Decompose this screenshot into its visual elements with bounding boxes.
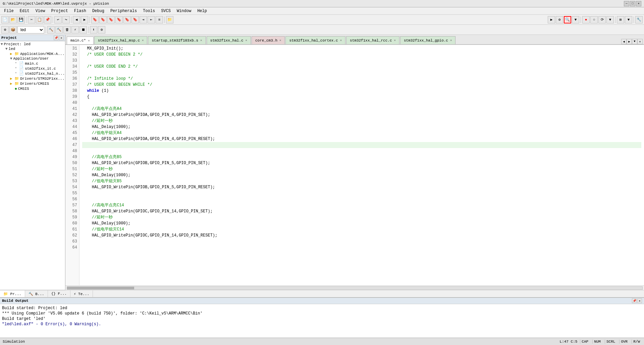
build-target-button[interactable]: 🔨 (47, 26, 55, 33)
editor-tab-3[interactable]: stm32f1xx_hal.c✕ (207, 36, 251, 44)
target-select[interactable]: led (17, 26, 44, 33)
bookmark2-button[interactable]: 🔖 (99, 16, 107, 23)
bookmark4-button[interactable]: 🔖 (115, 16, 123, 23)
menu-item-tools[interactable]: Tools (140, 8, 158, 14)
menu-item-flash[interactable]: Flash (71, 8, 89, 14)
tools-button[interactable]: 🔧 (635, 16, 643, 23)
batch-build-button[interactable]: ⚡ (71, 26, 79, 33)
status-num: NUM (592, 340, 602, 344)
tree-item[interactable]: ▶ 📁 Drivers/STM32F1xx... (1, 76, 64, 81)
editor-tab-7[interactable]: stm32f1xx_hal_gpio.c✕ (400, 36, 455, 44)
menu-item-window[interactable]: Window (174, 8, 194, 14)
build-all-button[interactable]: 🔨 (55, 26, 63, 33)
tab-close-all[interactable]: ✕ (637, 39, 643, 44)
format-button[interactable]: ≡ (156, 16, 163, 23)
close-button[interactable]: ✕ (636, 1, 641, 6)
tab-close-7[interactable]: ✕ (450, 39, 452, 42)
tree-item[interactable]: ▼ Application/User (1, 56, 64, 61)
code-line: HAL_GPIO_WritePin(GPIOC,GPIO_PIN_14,GPIO… (82, 208, 641, 214)
build-output-pin[interactable]: 📌 (632, 298, 637, 303)
menu-item-edit[interactable]: Edit (17, 8, 32, 14)
more-debug-button[interactable]: ▼ (606, 16, 614, 23)
search-dropdown[interactable]: ▼ (572, 16, 579, 23)
nav-back-button[interactable]: ◀ (73, 16, 80, 23)
tree-item[interactable]: ▼ led (1, 47, 64, 51)
copy-button[interactable]: 📋 (36, 16, 43, 23)
tab-close-2[interactable]: ✕ (200, 39, 202, 42)
bookmark6-button[interactable]: 🔖 (131, 16, 139, 23)
view-dropdown[interactable]: ▼ (625, 16, 632, 23)
search-button[interactable]: 🔍 (564, 16, 571, 23)
editor-hscroll[interactable] (65, 285, 644, 290)
menu-item-view[interactable]: View (33, 8, 48, 14)
editor-tab-6[interactable]: stm32f1xx_hal_rcc.c✕ (346, 36, 399, 44)
tab-list-button[interactable]: ▼ (632, 39, 637, 44)
menu-item-svcs[interactable]: SVCS (158, 8, 173, 14)
minimize-button[interactable]: ─ (624, 1, 629, 6)
tree-item[interactable]: ▶ 📁 Application/MDK-A... (1, 51, 64, 56)
tree-item[interactable]: ▼ Project: led (1, 42, 64, 47)
project-pin-button[interactable]: 📌 (54, 36, 58, 40)
unindent-button[interactable]: ⇤ (148, 16, 155, 23)
editor-tab-0[interactable]: main.c*✕ (67, 37, 94, 44)
debug-config-button[interactable]: ⚙ (556, 16, 563, 23)
tree-item[interactable]: * 📄 stm32f1xx_hal_n... (1, 71, 64, 76)
redo-button[interactable]: ↪ (62, 16, 70, 23)
indent-button[interactable]: ⇥ (140, 16, 147, 23)
menu-item-file[interactable]: File (1, 8, 16, 14)
clean-button[interactable]: 🗑 (63, 26, 71, 33)
maximize-button[interactable]: □ (630, 1, 635, 6)
tab-close-1[interactable]: ✕ (142, 39, 144, 42)
stop-button[interactable]: ● (582, 16, 590, 23)
tab-scroll-left[interactable]: ◀ (621, 39, 627, 44)
file-nav-button[interactable]: 📁 (166, 16, 173, 23)
bottom-tab-2[interactable]: {} F... (48, 290, 70, 297)
undo-button[interactable]: ↩ (54, 16, 62, 23)
new-file-button[interactable]: 📄 (1, 16, 9, 23)
menu-item-peripherals[interactable]: Peripherals (108, 8, 140, 14)
menu-item-project[interactable]: Project (48, 8, 70, 14)
tab-close-3[interactable]: ✕ (246, 39, 247, 42)
editor-tab-2[interactable]: startup_stm32f103xb.s✕ (148, 36, 206, 44)
paste-button[interactable]: 📌 (44, 16, 51, 23)
bottom-tab-0[interactable]: 📁 Pr... (0, 290, 25, 297)
nav-fwd-button[interactable]: ▶ (81, 16, 88, 23)
build-output-close[interactable]: ✕ (637, 298, 642, 303)
menu-item-help[interactable]: Help (195, 8, 210, 14)
code-line (82, 190, 641, 196)
tab-close-4[interactable]: ✕ (279, 39, 281, 42)
reset-button[interactable]: ○ (590, 16, 598, 23)
open-button[interactable]: 📂 (9, 16, 17, 23)
tab-close-6[interactable]: ✕ (394, 39, 396, 42)
tree-item[interactable]: ◆ CMSIS (1, 86, 64, 91)
tree-item[interactable]: * 📄 main.c (1, 61, 64, 66)
bottom-tab-1[interactable]: 🔨 B... (25, 290, 48, 297)
stop-build-button[interactable]: ⏹ (79, 26, 87, 33)
editor-tab-1[interactable]: stm32f1xx_hal_msp.c✕ (94, 36, 148, 44)
code-editor[interactable]: MX_GPIO_Init(); /* USER CODE BEGIN 2 */ … (79, 45, 644, 285)
options-button[interactable]: ⚙ (98, 26, 105, 33)
project-close-button[interactable]: ✕ (59, 36, 64, 40)
cut-button[interactable]: ✂ (28, 16, 35, 23)
bookmark1-button[interactable]: 🔖 (91, 16, 99, 23)
save-button[interactable]: 💾 (17, 16, 25, 23)
hscroll-thumb[interactable] (67, 287, 134, 289)
hscroll-track[interactable] (67, 286, 643, 290)
menu-item-debug[interactable]: Debug (90, 8, 107, 14)
bookmark3-button[interactable]: 🔖 (107, 16, 115, 23)
target-props-button[interactable]: ⚙ (1, 26, 9, 33)
bookmark5-button[interactable]: 🔖 (123, 16, 131, 23)
tab-scroll-right[interactable]: ▶ (627, 39, 632, 44)
tree-item[interactable]: * 📄 stm32f1xx_it.c (1, 66, 64, 71)
tab-close-0[interactable]: ✕ (88, 39, 90, 43)
tree-item[interactable]: ▶ 📁 Drivers/CMSIS (1, 81, 64, 86)
bottom-tab-3[interactable]: ⚡ Te... (70, 290, 93, 297)
tab-close-5[interactable]: ✕ (340, 39, 342, 42)
editor-tab-5[interactable]: stm32f1xx_hal_cortex.c✕ (285, 36, 345, 44)
view-button[interactable]: ⊞ (617, 16, 624, 23)
run-button[interactable]: ▶ (548, 16, 555, 23)
editor-tab-4[interactable]: core_cm3.h✕ (252, 36, 285, 44)
load-button[interactable]: 📦 (9, 26, 17, 33)
download-button[interactable]: ⬇ (90, 26, 97, 33)
step-button[interactable]: ⟳ (598, 16, 606, 23)
